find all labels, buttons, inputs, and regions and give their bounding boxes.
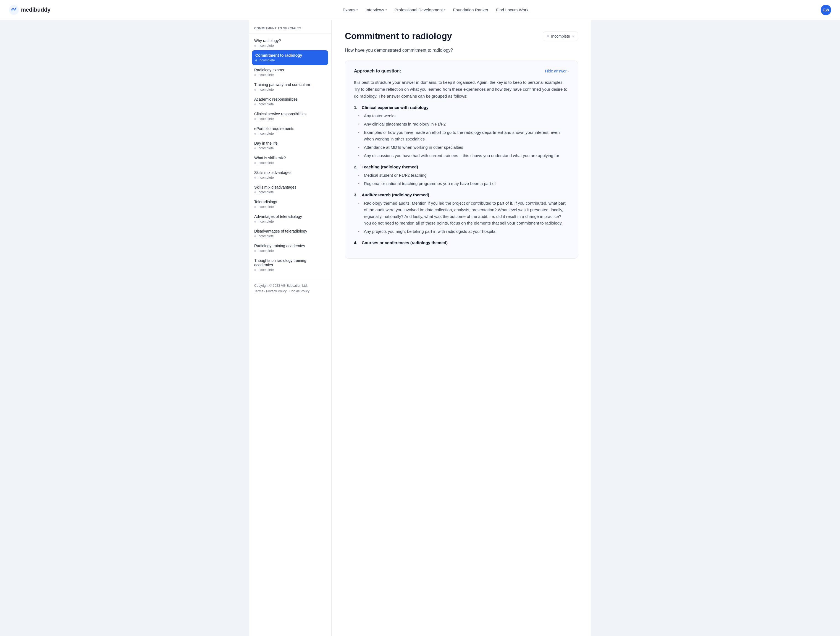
copyright: Copyright © 2023 AG Education Ltd. — [254, 284, 326, 288]
sidebar-item-status: Incomplete — [254, 268, 326, 272]
section-number: 2. — [354, 165, 360, 169]
sidebar-item-title: Radiology training academies — [254, 244, 326, 248]
sidebar-item-title: Skills mix disadvantages — [254, 185, 326, 190]
logo-icon — [9, 5, 19, 15]
list-item: Any discussions you have had with curren… — [358, 152, 569, 159]
sidebar-item-title: Radiology exams — [254, 68, 326, 72]
status-text: Incomplete — [257, 268, 274, 272]
answer-section: 1.Clinical experience with radiologyAny … — [354, 105, 569, 159]
bullet-list: Medical student or F1/F2 teachingRegiona… — [354, 172, 569, 187]
sidebar-item-title: Thoughts on radiology training academies — [254, 258, 326, 267]
sidebar-item-status: Incomplete — [254, 176, 326, 179]
nav-professional-development-label: Professional Development — [395, 8, 443, 12]
sidebar-item-title: Clinical service responsibilities — [254, 112, 326, 116]
list-item: Medical student or F1/F2 teaching — [358, 172, 569, 179]
header: medibuddy Exams ▾ Interviews ▾ Professio… — [0, 0, 840, 20]
sidebar-item[interactable]: Advantages of teleradiology Incomplete — [249, 212, 331, 226]
sidebar-item[interactable]: Academic responsibilities Incomplete — [249, 94, 331, 109]
avatar[interactable]: GW — [821, 5, 831, 15]
sidebar-item[interactable]: Skills mix advantages Incomplete — [249, 168, 331, 182]
sidebar-item-title: Disadvantages of teleradiology — [254, 229, 326, 233]
sidebar-item[interactable]: Training pathway and curriculum Incomple… — [249, 80, 331, 94]
status-text: Incomplete — [257, 205, 274, 209]
status-text: Incomplete — [257, 190, 274, 194]
sidebar-item[interactable]: Skills mix disadvantages Incomplete — [249, 182, 331, 197]
footer: Copyright © 2023 AG Education Ltd. Terms… — [249, 279, 331, 297]
sidebar-item[interactable]: What is skills mix? Incomplete — [249, 153, 331, 168]
status-dot — [254, 191, 256, 193]
privacy-link[interactable]: Privacy Policy — [266, 289, 287, 293]
sidebar-item[interactable]: ePortfolio requirements Incomplete — [249, 123, 331, 138]
section-title-text: Teaching (radiology themed) — [362, 165, 418, 169]
answer-box-header: Approach to question: Hide answer - — [354, 69, 569, 74]
sidebar-item[interactable]: Thoughts on radiology training academies… — [249, 256, 331, 275]
question-text: How have you demonstrated commitment to … — [345, 48, 578, 53]
sidebar-item-title: Advantages of teleradiology — [254, 214, 326, 219]
sidebar-item-title: Skills mix advantages — [254, 170, 326, 175]
sidebar-item-title: Why radiology? — [254, 38, 326, 43]
bullet-list: Radiology themed audits. Mention if you … — [354, 200, 569, 235]
status-text: Incomplete — [257, 220, 274, 223]
nav-foundation-ranker[interactable]: Foundation Ranker — [453, 8, 488, 12]
sidebar-item[interactable]: Commitment to radiology Incomplete — [252, 50, 328, 65]
nav-find-locum-work[interactable]: Find Locum Work — [496, 8, 528, 12]
status-text: Incomplete — [257, 146, 274, 150]
status-dot — [254, 45, 256, 47]
hide-answer-button[interactable]: Hide answer - — [545, 69, 569, 73]
status-dot — [254, 177, 256, 179]
sidebar-item-title: Teleradiology — [254, 199, 326, 204]
nav-interviews[interactable]: Interviews ▾ — [366, 8, 387, 12]
list-item: Attendance at MDTs when working in other… — [358, 144, 569, 151]
section-title-text: Courses or conferences (radiology themed… — [362, 240, 448, 245]
status-text: Incomplete — [257, 161, 274, 165]
sidebar-item-status: Incomplete — [254, 190, 326, 194]
nav-exams[interactable]: Exams ▾ — [343, 8, 358, 12]
status-dot — [254, 162, 256, 164]
cookie-link[interactable]: Cookie Policy — [289, 289, 309, 293]
sidebar-item[interactable]: Teleradiology Incomplete — [249, 197, 331, 212]
sidebar-item[interactable]: Day in the life Incomplete — [249, 138, 331, 153]
sidebar-item-title: Training pathway and curriculum — [254, 82, 326, 87]
status-label: Incomplete — [551, 34, 570, 38]
logo-text: medibuddy — [21, 6, 51, 13]
sidebar-item-status: Incomplete — [254, 161, 326, 165]
answer-section-title: 3.Audit/research (radiology themed) — [354, 193, 569, 197]
sidebar-item[interactable]: Radiology exams Incomplete — [249, 65, 331, 80]
status-text: Incomplete — [257, 102, 274, 106]
section-number: 3. — [354, 193, 360, 197]
sidebar-item-status: Incomplete — [254, 249, 326, 253]
status-text: Incomplete — [257, 234, 274, 238]
answer-box: Approach to question: Hide answer - It i… — [345, 60, 578, 259]
sidebar-item-title: Day in the life — [254, 141, 326, 146]
list-item: Examples of how you have made an effort … — [358, 129, 569, 142]
sidebar-item[interactable]: Disadvantages of teleradiology Incomplet… — [249, 226, 331, 241]
chevron-down-icon: ▾ — [385, 8, 387, 11]
status-text: Incomplete — [257, 44, 274, 47]
sidebar-item[interactable]: Why radiology? Incomplete — [249, 36, 331, 50]
answer-section: 2.Teaching (radiology themed)Medical stu… — [354, 165, 569, 187]
status-text: Incomplete — [257, 176, 274, 179]
answer-intro: It is best to structure your answer in d… — [354, 79, 569, 100]
sidebar-item-status: Incomplete — [254, 44, 326, 47]
status-text: Incomplete — [257, 117, 274, 121]
sidebar-item[interactable]: Clinical service responsibilities Incomp… — [249, 109, 331, 123]
nav-interviews-label: Interviews — [366, 8, 384, 12]
status-text: Incomplete — [257, 249, 274, 253]
status-dot — [254, 221, 256, 223]
status-text: Incomplete — [257, 73, 274, 77]
page-layout: Commitment to Specialty Why radiology? I… — [249, 20, 591, 636]
status-dot — [254, 250, 256, 252]
answer-section-title: 1.Clinical experience with radiology — [354, 105, 569, 110]
sidebar-item-title: ePortfolio requirements — [254, 127, 326, 131]
chevron-down-icon: ▾ — [357, 8, 358, 11]
sidebar-item[interactable]: Radiology training academies Incomplete — [249, 241, 331, 256]
terms-link[interactable]: Terms — [254, 289, 263, 293]
status-dot — [254, 89, 256, 91]
sidebar-item-status: Incomplete — [254, 146, 326, 150]
logo[interactable]: medibuddy — [9, 5, 51, 15]
status-badge[interactable]: Incomplete ▾ — [543, 32, 578, 41]
sidebar-item-status: Incomplete — [254, 117, 326, 121]
nav-professional-development[interactable]: Professional Development ▾ — [395, 8, 445, 12]
section-number: 4. — [354, 240, 360, 245]
section-title-text: Audit/research (radiology themed) — [362, 193, 429, 197]
